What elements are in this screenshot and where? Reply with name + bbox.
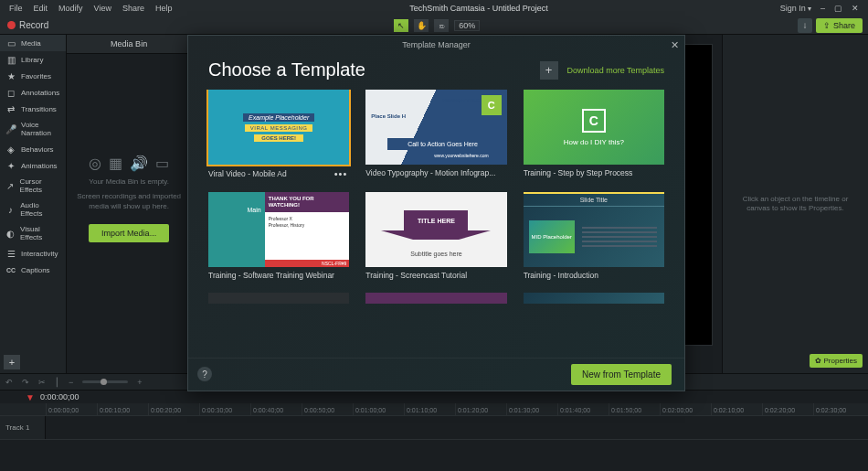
template-label: Training - Software Training Webinar [208, 271, 349, 280]
record-button[interactable]: Record [0, 16, 56, 34]
sidebar-visual-effects[interactable]: ◐Visual Effects [0, 221, 66, 245]
zoom-level[interactable]: 60% [454, 20, 480, 31]
template-label: Training - Introduction [524, 271, 664, 280]
template-introduction[interactable]: Slide Title MID Placeholder Training - I… [524, 192, 664, 280]
gear-icon: ✿ [815, 357, 821, 365]
sidebar-interactivity[interactable]: ☰Interactivity [0, 245, 66, 262]
film-icon: ▦ [109, 155, 122, 172]
share-button[interactable]: ⇪Share [816, 18, 863, 33]
template-thumb [524, 293, 664, 304]
template-label: Viral Video - Mobile Ad [208, 169, 333, 178]
template-video-typography[interactable]: CCOMPANY TITLE Place Slide H Call to Act… [365, 90, 506, 179]
sidebar-transitions[interactable]: ⇄Transitions [0, 101, 66, 117]
behaviors-icon: ◈ [5, 145, 16, 154]
media-bin-empty-2: Screen recordings and imported media wil… [67, 192, 191, 211]
sidebar-behaviors[interactable]: ◈Behaviors [0, 141, 66, 157]
playhead-icon[interactable]: ▼ [26, 392, 35, 402]
animations-icon: ✦ [5, 161, 16, 170]
template-partial-1[interactable] [208, 293, 349, 304]
star-icon: ★ [5, 71, 16, 80]
media-bin-panel: Media Bin ◎ ▦ 🔊 ▭ Your Media Bin is empt… [67, 35, 192, 373]
minimize-icon[interactable]: – [820, 4, 825, 13]
menu-file[interactable]: File [4, 2, 28, 15]
current-time: 0:00:00;00 [40, 392, 79, 401]
template-screencast-tutorial[interactable]: TITLE HERESubtitle goes here Training - … [365, 192, 506, 280]
track-1-label: Track 1 [0, 416, 46, 439]
menu-edit[interactable]: Edit [28, 2, 54, 15]
sidebar-animations[interactable]: ✦Animations [0, 157, 66, 174]
visual-icon: ◐ [5, 229, 16, 238]
download-icon[interactable]: ↓ [798, 18, 812, 33]
pan-tool-icon[interactable]: ✋ [414, 19, 429, 32]
more-icon[interactable]: ••• [333, 168, 350, 179]
cursor-effects-icon: ↗ [5, 181, 16, 190]
redo-icon[interactable]: ↷ [22, 378, 29, 387]
signin-button[interactable]: Sign In [780, 4, 811, 13]
new-from-template-button[interactable]: New from Template [571, 364, 672, 385]
template-label: Training - Step by Step Process [524, 168, 664, 177]
zoom-in-icon[interactable]: + [137, 378, 142, 387]
window-title: TechSmith Camtasia - Untitled Project [409, 4, 548, 13]
template-step-by-step[interactable]: CHow do I DIY this? Training - Step by S… [524, 90, 664, 179]
sidebar-cursor-effects[interactable]: ↗Cursor Effects [0, 174, 66, 198]
speaker-icon: 🔊 [130, 155, 148, 172]
properties-button[interactable]: ✿Properties [810, 354, 863, 368]
template-label: Video Typography - Motion Infograp... [365, 168, 506, 177]
zoom-out-icon[interactable]: − [69, 378, 73, 387]
template-manager-modal: Template Manager ✕ Choose a Template + D… [187, 35, 685, 391]
timeline-ruler[interactable]: 0:00:00;000:00:10;00 0:00:20;000:00:30;0… [0, 403, 868, 416]
template-thumb: TITLE HERESubtitle goes here [365, 192, 506, 267]
add-panel-button[interactable]: + [4, 355, 20, 369]
media-icon: ▭ [5, 38, 16, 48]
template-partial-2[interactable] [365, 293, 506, 304]
cc-icon: CC [5, 265, 16, 274]
add-template-button[interactable]: + [540, 61, 558, 80]
record-label: Record [19, 20, 48, 30]
properties-panel: Click an object on the timeline or canva… [722, 35, 868, 373]
help-icon[interactable]: ? [197, 367, 212, 381]
sidebar-favorites[interactable]: ★Favorites [0, 68, 66, 84]
timeline-zoom-slider[interactable] [82, 380, 128, 383]
media-bin-empty-1: Your Media Bin is empty. [81, 177, 176, 187]
cursor-tool-icon[interactable]: ↖ [394, 19, 408, 32]
transitions-icon: ⇄ [5, 104, 16, 113]
sidebar-voice[interactable]: 🎤Voice Narration [0, 117, 66, 141]
track-1[interactable]: Track 1 [0, 416, 868, 440]
template-thumb [208, 293, 349, 304]
crop-tool-icon[interactable]: ⎄ [434, 19, 449, 32]
menu-share[interactable]: Share [117, 2, 150, 15]
modal-titlebar: Template Manager ✕ [188, 36, 684, 54]
undo-icon[interactable]: ↶ [5, 378, 13, 387]
maximize-icon[interactable]: ▢ [834, 4, 842, 13]
modal-title: Template Manager [402, 40, 471, 49]
sidebar-library[interactable]: ▥Library [0, 51, 66, 68]
sidebar-audio-effects[interactable]: ♪Audio Effects [0, 198, 66, 221]
record-icon [7, 21, 16, 29]
sidebar-annotations[interactable]: ◻Annotations [0, 84, 66, 101]
menubar: File Edit Modify View Share Help TechSmi… [0, 0, 868, 16]
properties-hint: Click an object on the timeline or canva… [723, 195, 868, 214]
download-templates-link[interactable]: Download more Templates [567, 66, 664, 75]
audio-icon: ♪ [5, 205, 16, 214]
template-software-training[interactable]: Main THANK YOU FOR WATCHING!Professor XP… [208, 192, 349, 280]
library-icon: ▥ [5, 55, 16, 64]
menu-help[interactable]: Help [150, 2, 178, 15]
close-icon[interactable]: ✕ [671, 39, 679, 51]
modal-heading: Choose a Template [208, 59, 540, 80]
menu-view[interactable]: View [89, 2, 117, 15]
template-partial-3[interactable] [524, 293, 664, 304]
template-thumb: CHow do I DIY this? [524, 90, 664, 165]
template-thumb: Main THANK YOU FOR WATCHING!Professor XP… [208, 192, 349, 267]
split-icon[interactable]: ⎮ [55, 378, 59, 387]
cut-icon[interactable]: ✂ [38, 378, 46, 387]
annotations-icon: ◻ [5, 88, 16, 97]
sidebar-captions[interactable]: CCCaptions [0, 262, 66, 278]
image-icon: ▭ [155, 155, 169, 172]
sidebar-media[interactable]: ▭Media [0, 35, 66, 51]
menu-modify[interactable]: Modify [53, 2, 89, 15]
template-viral-video[interactable]: Example Placeholder VIRAL MESSAGING GOES… [208, 90, 349, 179]
record-target-icon: ◎ [89, 155, 101, 172]
close-window-icon[interactable]: ✕ [852, 4, 859, 13]
import-media-button[interactable]: Import Media... [89, 224, 169, 242]
template-thumb: CCOMPANY TITLE Place Slide H Call to Act… [365, 90, 506, 165]
